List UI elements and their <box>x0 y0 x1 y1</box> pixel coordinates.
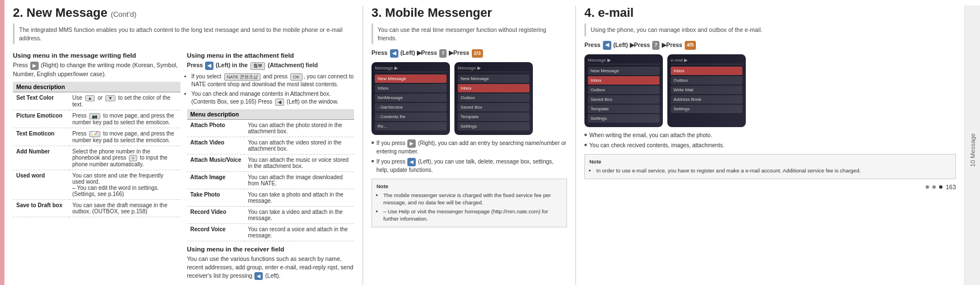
press-strong: Press ◀ (Left) in the 첨부 (Attachment) fi… <box>187 62 318 68</box>
left-btn: ◀ <box>205 62 213 71</box>
right-press-line: Press ◀ (Left) in the 첨부 (Attachment) fi… <box>187 61 355 70</box>
phone-menu-item-6: Re... <box>375 122 447 130</box>
right-subsection-title: Using menu in the attachment field <box>187 52 355 59</box>
dot6 <box>939 185 942 189</box>
note-item: The mobile messenger service is charged … <box>383 191 562 207</box>
row-desc: You can take a photo and attach in the m… <box>244 189 354 207</box>
section4-num: 4. <box>584 6 594 20</box>
section-2: 2. New Message (Cont'd) The integrated M… <box>4 6 363 285</box>
section4-press-strong: Press ◀ (Left) ▶Press 7 ▶Press 4/5 <box>584 41 696 48</box>
section2-two-col: Using menu in the message writing field … <box>13 49 354 283</box>
phone-menu-item-8: Inbox <box>458 84 530 92</box>
section3-bullet-1: If you press ▶ (Right), you can add an e… <box>371 139 567 156</box>
section3-desc: You can use the real time messenger func… <box>371 24 567 44</box>
s3-left-btn: ◀ <box>390 49 398 58</box>
s3-num-btn: 7 <box>439 49 447 58</box>
dot4 <box>926 185 929 189</box>
icon-add: + <box>129 155 137 161</box>
icon-down: ▼ <box>105 95 115 101</box>
section4-bullet-2: You can check recived contents, images, … <box>584 142 956 149</box>
phone-header-3: Message ▶ <box>588 58 659 64</box>
note-item: – Use Help or visit the messenger homepa… <box>383 208 562 223</box>
section4-bullet-1: When writing the email, you can attach t… <box>584 132 956 139</box>
table-row: Attach Video You can attach the video st… <box>187 137 355 155</box>
side-label-container: 10 Message <box>964 6 980 285</box>
phone-menu-item-2: Inbox <box>375 84 447 92</box>
phone-menu-item-5: - Contents Re <box>375 113 447 121</box>
section4-bullet-text-1: When writing the email, you can attach t… <box>589 132 712 139</box>
phone-menu-item-7: New Message <box>458 74 530 83</box>
section3-bullet-text-1: If you press ▶ (Right), you can add an e… <box>377 139 567 156</box>
table-row: Add Number Select the phone number in th… <box>13 146 180 170</box>
table-row: Record Video You can take a video and at… <box>187 207 355 224</box>
left-menu-table: Menu description Set Text Color Use ▲ or… <box>13 82 180 217</box>
main-content: 2. New Message (Cont'd) The integrated M… <box>4 0 980 285</box>
phone-menu-item-11: Template <box>458 113 530 121</box>
section-4: 4. e-mail Using the phone, you can manag… <box>576 6 964 285</box>
phone-screenshot-2: Message ▶ New Message Inbox Outbox Saved… <box>454 62 533 135</box>
accent-bar <box>0 0 4 285</box>
section3-screenshots: Message ▶ New Message Inbox NetMessage -… <box>371 62 567 135</box>
section-3: 3. Mobile Messenger You can use the real… <box>363 6 576 285</box>
page-footer-right: 163 <box>584 184 956 190</box>
section2-right-col: Using menu in the attachment field Press… <box>187 49 355 283</box>
row-desc: You can attach the image downloaded from… <box>244 172 354 189</box>
section4-press: Press ◀ (Left) ▶Press 7 ▶Press 4/5 <box>584 41 956 50</box>
row-name: Text Emoticon <box>13 128 69 146</box>
right-menu-table: Menu description Attach Photo You can at… <box>187 109 355 241</box>
s3-end-btn: 2/3 <box>472 49 484 58</box>
page-container: 2. New Message (Cont'd) The integrated M… <box>0 0 980 285</box>
row-name: Set Text Color <box>13 92 69 110</box>
row-name: Used word <box>13 170 69 199</box>
icon-txt: 📝 <box>89 131 100 137</box>
section4-note-list: In order to use e-mail service, you have… <box>589 167 951 174</box>
phone-menu-item-21: Write Mail <box>671 86 742 94</box>
phone-screen-1: Message ▶ New Message Inbox NetMessage -… <box>371 62 450 135</box>
row-desc: Select the phone number in the phonebook… <box>69 146 180 170</box>
receiver-text: You can use the various functions such a… <box>187 255 355 280</box>
phone-menu-item-10: Saved Box <box>458 103 530 111</box>
section4-header: 4. e-mail <box>584 6 956 20</box>
table-row: Attach Photo You can attach the photo st… <box>187 120 355 137</box>
page-num-right: 163 <box>946 184 956 190</box>
section3-header: 3. Mobile Messenger <box>371 6 567 20</box>
phone-menu-item-1: New Message <box>375 74 447 83</box>
phone-menu-item-9: Outbox <box>458 94 530 102</box>
row-desc: You can record a voice and attach in the… <box>244 224 354 241</box>
phone-screenshot-1: Message ▶ New Message Inbox NetMessage -… <box>371 62 450 135</box>
row-desc: Press 📷 to move page, and press the numb… <box>69 110 180 128</box>
section4-screenshots: Message ▶ New Message Inbox Outbox Saved… <box>584 54 956 127</box>
section3-bullet-2: If you press ◀ (Left), you can use talk,… <box>371 158 567 174</box>
section3-note-list: The mobile messenger service is charged … <box>377 191 562 222</box>
table-row: Attach Music/Voice You can attach the mu… <box>187 155 355 172</box>
row-name: Attach Image <box>187 172 245 189</box>
row-desc: You can attach the photo stored in the a… <box>244 120 354 137</box>
row-name: Take Photo <box>187 189 245 207</box>
phone-menu-item-16: Saved Box <box>588 95 659 104</box>
phone-screenshot-4: e-mail ▶ Inbox Outbox Write Mail Address… <box>667 54 746 127</box>
phone-menu-item-19: Inbox <box>671 67 742 75</box>
phone-header-2: Message ▶ <box>458 66 530 72</box>
section4-note-title: Note <box>589 158 951 165</box>
phone-menu-item-23: Settings <box>671 105 742 113</box>
phone-screen-3: Message ▶ New Message Inbox Outbox Saved… <box>584 54 663 127</box>
table-row: Save to Draft box You can save the draft… <box>13 199 180 217</box>
phone-menu-item-17: Template <box>588 105 659 113</box>
row-desc: Use ▲ or ▼ to set the color of the text. <box>69 92 180 110</box>
right-bullet-list: If you select NATE 콘텐츠샵 and press OK, yo… <box>187 73 355 106</box>
section3-bullet-text-2: If you press ◀ (Left), you can use talk,… <box>377 158 567 174</box>
row-name: Picture Emoticon <box>13 110 69 128</box>
row-name: Record Video <box>187 207 245 224</box>
icon-pic: 📷 <box>89 113 100 119</box>
phone-header-4: e-mail ▶ <box>671 58 742 64</box>
left-icon-s3: ◀ <box>407 158 416 166</box>
s4-left-btn: ◀ <box>603 41 611 50</box>
row-name: Attach Music/Voice <box>187 155 245 172</box>
note-item: In order to use e-mail service, you have… <box>596 167 951 174</box>
section2-title: New Message <box>26 6 107 20</box>
phone-menu-item-4: - GarService <box>375 103 447 111</box>
row-desc: You can attach the music or voice stored… <box>244 155 354 172</box>
icon-up: ▲ <box>85 95 95 101</box>
row-name: Attach Video <box>187 137 245 155</box>
section3-title: Mobile Messenger <box>385 6 492 20</box>
